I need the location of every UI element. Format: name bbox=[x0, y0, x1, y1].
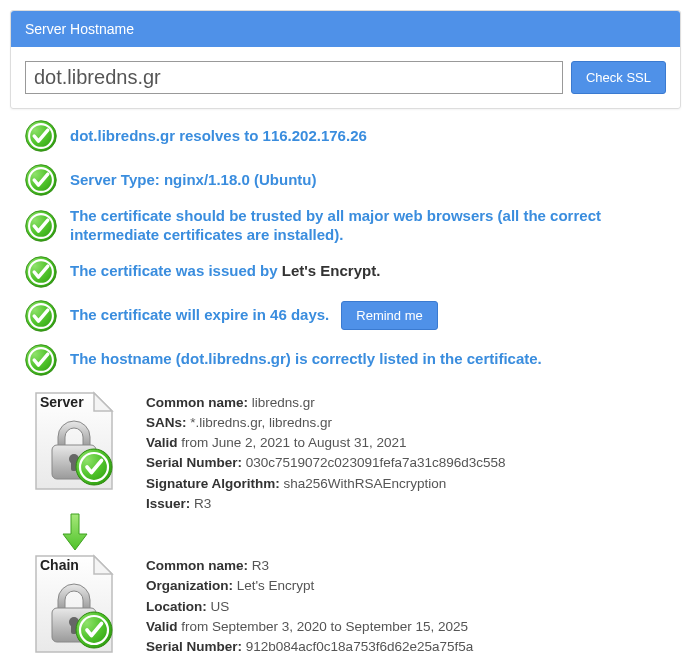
check-icon bbox=[24, 119, 58, 153]
cert-badge-label: Server bbox=[40, 394, 84, 410]
result-trusted: The certificate should be trusted by all… bbox=[24, 207, 681, 245]
chain-cert-details: Common name: R3 Organization: Let's Encr… bbox=[146, 550, 473, 655]
remind-me-button[interactable]: Remind me bbox=[341, 301, 437, 330]
result-resolves: dot.libredns.gr resolves to 116.202.176.… bbox=[24, 119, 681, 153]
check-icon bbox=[24, 299, 58, 333]
result-text: The certificate will expire in 46 days. bbox=[70, 306, 329, 325]
hostname-input[interactable] bbox=[25, 61, 563, 94]
result-text: Server Type: nginx/1.18.0 (Ubuntu) bbox=[70, 171, 316, 190]
panel-body: Check SSL bbox=[11, 47, 680, 108]
results-list: dot.libredns.gr resolves to 116.202.176.… bbox=[0, 109, 691, 655]
lock-document-icon: Server bbox=[28, 387, 122, 495]
result-text: The certificate should be trusted by all… bbox=[70, 207, 681, 245]
result-text: dot.libredns.gr resolves to 116.202.176.… bbox=[70, 127, 367, 146]
check-icon bbox=[24, 343, 58, 377]
server-cert-details: Common name: libredns.gr SANs: *.libredn… bbox=[146, 387, 506, 515]
result-server-type: Server Type: nginx/1.18.0 (Ubuntu) bbox=[24, 163, 681, 197]
result-issued-by: The certificate was issued by Let's Encr… bbox=[24, 255, 681, 289]
result-text: The certificate was issued by Let's Encr… bbox=[70, 262, 380, 281]
result-hostname-listed: The hostname (dot.libredns.gr) is correc… bbox=[24, 343, 681, 377]
lock-document-icon: Chain bbox=[28, 550, 122, 655]
chain-cert-block: Chain Common name: R3 Organization: Let'… bbox=[28, 550, 681, 655]
result-text: The hostname (dot.libredns.gr) is correc… bbox=[70, 350, 542, 369]
server-cert-block: Server Common name: libredns.gr SANs: *.… bbox=[28, 387, 681, 515]
chain-arrow bbox=[28, 512, 122, 552]
check-icon bbox=[24, 255, 58, 289]
result-expire: The certificate will expire in 46 days. … bbox=[24, 299, 681, 333]
cert-badge-label: Chain bbox=[40, 557, 79, 573]
check-icon bbox=[24, 209, 58, 243]
panel-title: Server Hostname bbox=[11, 11, 680, 47]
cert-icon: Chain bbox=[28, 550, 122, 655]
hostname-panel: Server Hostname Check SSL bbox=[10, 10, 681, 109]
arrow-down-icon bbox=[60, 512, 90, 552]
check-icon bbox=[24, 163, 58, 197]
check-ssl-button[interactable]: Check SSL bbox=[571, 61, 666, 94]
cert-icon: Server bbox=[28, 387, 122, 515]
